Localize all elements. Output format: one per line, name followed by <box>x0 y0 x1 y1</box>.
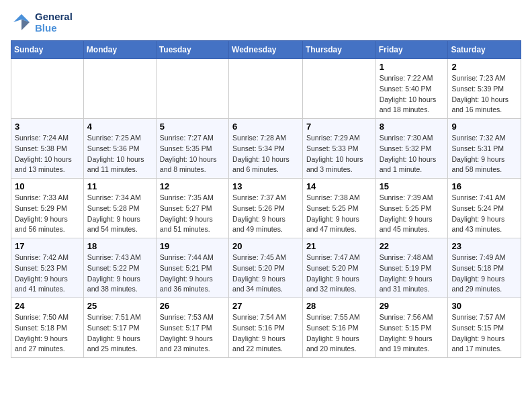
day-number: 16 <box>451 181 517 191</box>
calendar-cell: 20Sunrise: 7:45 AMSunset: 5:20 PMDayligh… <box>229 238 303 298</box>
day-number: 13 <box>232 181 299 191</box>
calendar-cell: 7Sunrise: 7:29 AMSunset: 5:33 PMDaylight… <box>302 119 375 179</box>
day-number: 25 <box>87 301 152 311</box>
day-info: Sunrise: 7:28 AMSunset: 5:34 PMDaylight:… <box>232 133 299 175</box>
calendar-cell: 14Sunrise: 7:38 AMSunset: 5:25 PMDayligh… <box>302 179 375 238</box>
day-number: 19 <box>160 241 225 251</box>
day-number: 17 <box>15 241 80 251</box>
day-info: Sunrise: 7:57 AMSunset: 5:15 PMDaylight:… <box>451 312 517 355</box>
day-info: Sunrise: 7:42 AMSunset: 5:23 PMDaylight:… <box>15 253 80 295</box>
day-number: 26 <box>160 301 225 311</box>
day-header-saturday: Saturday <box>448 41 521 59</box>
day-info: Sunrise: 7:44 AMSunset: 5:21 PMDaylight:… <box>160 253 225 295</box>
calendar-cell: 17Sunrise: 7:42 AMSunset: 5:23 PMDayligh… <box>11 238 84 298</box>
day-info: Sunrise: 7:56 AMSunset: 5:15 PMDaylight:… <box>380 312 445 355</box>
logo-text: General Blue <box>35 11 73 34</box>
day-info: Sunrise: 7:49 AMSunset: 5:18 PMDaylight:… <box>451 253 517 295</box>
day-number: 20 <box>232 241 299 251</box>
day-number: 4 <box>87 122 152 132</box>
day-header-tuesday: Tuesday <box>156 41 228 59</box>
day-number: 5 <box>160 122 225 132</box>
calendar-cell <box>302 59 375 119</box>
calendar-cell: 1Sunrise: 7:22 AMSunset: 5:40 PMDaylight… <box>375 59 448 119</box>
calendar-cell: 19Sunrise: 7:44 AMSunset: 5:21 PMDayligh… <box>156 238 228 298</box>
day-number: 30 <box>451 301 517 311</box>
calendar-cell: 27Sunrise: 7:54 AMSunset: 5:16 PMDayligh… <box>229 298 303 358</box>
day-number: 21 <box>306 241 372 251</box>
calendar-cell: 2Sunrise: 7:23 AMSunset: 5:39 PMDaylight… <box>448 59 521 119</box>
day-number: 6 <box>232 122 299 132</box>
calendar-cell: 21Sunrise: 7:47 AMSunset: 5:20 PMDayligh… <box>302 238 375 298</box>
calendar-cell <box>83 59 156 119</box>
day-number: 8 <box>380 122 445 132</box>
calendar-cell: 5Sunrise: 7:27 AMSunset: 5:35 PMDaylight… <box>156 119 228 179</box>
calendar-cell: 26Sunrise: 7:53 AMSunset: 5:17 PMDayligh… <box>156 298 228 358</box>
day-info: Sunrise: 7:23 AMSunset: 5:39 PMDaylight:… <box>451 73 517 116</box>
calendar-cell: 22Sunrise: 7:48 AMSunset: 5:19 PMDayligh… <box>375 238 448 298</box>
day-info: Sunrise: 7:29 AMSunset: 5:33 PMDaylight:… <box>306 133 372 175</box>
calendar-week-row: 3Sunrise: 7:24 AMSunset: 5:38 PMDaylight… <box>11 119 521 179</box>
day-number: 7 <box>306 122 372 132</box>
day-info: Sunrise: 7:30 AMSunset: 5:32 PMDaylight:… <box>380 133 445 175</box>
calendar-cell <box>11 59 84 119</box>
day-info: Sunrise: 7:24 AMSunset: 5:38 PMDaylight:… <box>15 133 80 175</box>
day-info: Sunrise: 7:43 AMSunset: 5:22 PMDaylight:… <box>87 253 152 295</box>
calendar-week-row: 24Sunrise: 7:50 AMSunset: 5:18 PMDayligh… <box>11 298 521 358</box>
day-info: Sunrise: 7:45 AMSunset: 5:20 PMDaylight:… <box>232 253 299 295</box>
calendar-table: SundayMondayTuesdayWednesdayThursdayFrid… <box>11 40 521 358</box>
day-info: Sunrise: 7:37 AMSunset: 5:26 PMDaylight:… <box>232 193 299 235</box>
calendar-week-row: 1Sunrise: 7:22 AMSunset: 5:40 PMDaylight… <box>11 59 521 119</box>
day-info: Sunrise: 7:34 AMSunset: 5:28 PMDaylight:… <box>87 193 152 235</box>
logo-icon <box>11 11 32 33</box>
day-info: Sunrise: 7:33 AMSunset: 5:29 PMDaylight:… <box>15 193 80 235</box>
day-number: 29 <box>380 301 445 311</box>
day-info: Sunrise: 7:25 AMSunset: 5:36 PMDaylight:… <box>87 133 152 175</box>
calendar-cell <box>156 59 228 119</box>
day-info: Sunrise: 7:50 AMSunset: 5:18 PMDaylight:… <box>15 312 80 355</box>
day-number: 28 <box>306 301 372 311</box>
calendar-cell: 4Sunrise: 7:25 AMSunset: 5:36 PMDaylight… <box>83 119 156 179</box>
calendar-cell: 10Sunrise: 7:33 AMSunset: 5:29 PMDayligh… <box>11 179 84 238</box>
calendar-cell: 23Sunrise: 7:49 AMSunset: 5:18 PMDayligh… <box>448 238 521 298</box>
calendar-cell: 15Sunrise: 7:39 AMSunset: 5:25 PMDayligh… <box>375 179 448 238</box>
day-number: 14 <box>306 181 372 191</box>
calendar-week-row: 10Sunrise: 7:33 AMSunset: 5:29 PMDayligh… <box>11 179 521 238</box>
day-info: Sunrise: 7:38 AMSunset: 5:25 PMDaylight:… <box>306 193 372 235</box>
calendar-cell: 30Sunrise: 7:57 AMSunset: 5:15 PMDayligh… <box>448 298 521 358</box>
calendar-cell: 11Sunrise: 7:34 AMSunset: 5:28 PMDayligh… <box>83 179 156 238</box>
day-number: 1 <box>380 62 445 72</box>
calendar-cell <box>229 59 303 119</box>
day-info: Sunrise: 7:35 AMSunset: 5:27 PMDaylight:… <box>160 193 225 235</box>
day-number: 9 <box>451 122 517 132</box>
logo: General Blue <box>11 11 73 34</box>
day-header-monday: Monday <box>83 41 156 59</box>
day-number: 23 <box>451 241 517 251</box>
calendar-cell: 6Sunrise: 7:28 AMSunset: 5:34 PMDaylight… <box>229 119 303 179</box>
day-header-sunday: Sunday <box>11 41 84 59</box>
day-info: Sunrise: 7:54 AMSunset: 5:16 PMDaylight:… <box>232 312 299 355</box>
day-info: Sunrise: 7:55 AMSunset: 5:16 PMDaylight:… <box>306 312 372 355</box>
day-info: Sunrise: 7:51 AMSunset: 5:17 PMDaylight:… <box>87 312 152 355</box>
calendar-cell: 12Sunrise: 7:35 AMSunset: 5:27 PMDayligh… <box>156 179 228 238</box>
calendar-cell: 25Sunrise: 7:51 AMSunset: 5:17 PMDayligh… <box>83 298 156 358</box>
calendar-cell: 18Sunrise: 7:43 AMSunset: 5:22 PMDayligh… <box>83 238 156 298</box>
calendar-cell: 29Sunrise: 7:56 AMSunset: 5:15 PMDayligh… <box>375 298 448 358</box>
day-number: 11 <box>87 181 152 191</box>
calendar-cell: 13Sunrise: 7:37 AMSunset: 5:26 PMDayligh… <box>229 179 303 238</box>
day-header-friday: Friday <box>375 41 448 59</box>
day-number: 2 <box>451 62 517 72</box>
day-info: Sunrise: 7:39 AMSunset: 5:25 PMDaylight:… <box>380 193 445 235</box>
day-info: Sunrise: 7:22 AMSunset: 5:40 PMDaylight:… <box>380 73 445 116</box>
day-info: Sunrise: 7:53 AMSunset: 5:17 PMDaylight:… <box>160 312 225 355</box>
calendar-cell: 28Sunrise: 7:55 AMSunset: 5:16 PMDayligh… <box>302 298 375 358</box>
day-number: 18 <box>87 241 152 251</box>
day-info: Sunrise: 7:32 AMSunset: 5:31 PMDaylight:… <box>451 133 517 175</box>
day-info: Sunrise: 7:48 AMSunset: 5:19 PMDaylight:… <box>380 253 445 295</box>
calendar-cell: 9Sunrise: 7:32 AMSunset: 5:31 PMDaylight… <box>448 119 521 179</box>
day-number: 3 <box>15 122 80 132</box>
day-header-wednesday: Wednesday <box>229 41 303 59</box>
day-number: 22 <box>380 241 445 251</box>
calendar-cell: 16Sunrise: 7:41 AMSunset: 5:24 PMDayligh… <box>448 179 521 238</box>
calendar-cell: 24Sunrise: 7:50 AMSunset: 5:18 PMDayligh… <box>11 298 84 358</box>
day-header-thursday: Thursday <box>302 41 375 59</box>
